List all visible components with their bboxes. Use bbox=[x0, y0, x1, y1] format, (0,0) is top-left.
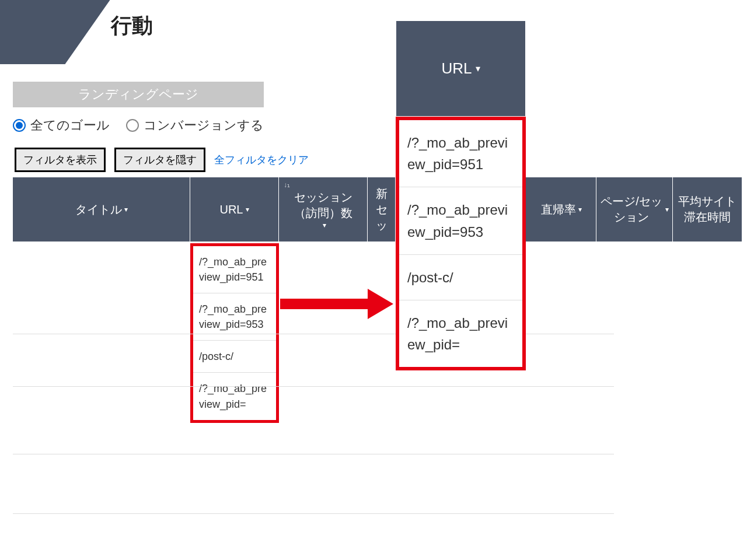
hide-filter-button[interactable]: フィルタを隠す bbox=[114, 148, 205, 172]
column-header-sessions[interactable]: ↓₁ セッション（訪問）数 ▾ bbox=[279, 177, 368, 242]
column-header-avg-time[interactable]: 平均サイト滞在時間 bbox=[673, 177, 742, 242]
column-newsession-label: 新セッ bbox=[371, 186, 392, 233]
sort-icon: ↓₁ bbox=[284, 181, 290, 189]
column-avgtime-label: 平均サイト滞在時間 bbox=[676, 194, 738, 225]
clear-all-filters-link[interactable]: 全フィルタをクリア bbox=[214, 153, 309, 167]
column-pps-label: ページ/セッション bbox=[600, 194, 663, 225]
column-header-title[interactable]: タイトル ▾ bbox=[13, 177, 190, 242]
column-header-url[interactable]: URL ▾ bbox=[190, 177, 279, 242]
table-header-row: タイトル ▾ URL ▾ ↓₁ セッション（訪問）数 ▾ 新セッ 直帰率 ▾ ペ… bbox=[13, 177, 742, 242]
zoom-column-header-url[interactable]: URL ▾ bbox=[396, 20, 526, 117]
row-divider bbox=[13, 513, 614, 514]
caret-down-icon: ▾ bbox=[476, 63, 480, 74]
column-sessions-label: セッション（訪問）数 bbox=[282, 190, 364, 221]
column-bounce-label: 直帰率 bbox=[541, 202, 576, 218]
table-cell-url[interactable]: /?_mo_ab_preview_pid=951 bbox=[399, 120, 522, 187]
radio-all-goals[interactable]: 全てのゴール bbox=[13, 117, 110, 134]
table-cell-url[interactable]: /?_mo_ab_preview_pid=953 bbox=[399, 187, 522, 254]
table-cell-url[interactable]: /?_mo_ab_preview_pid=951 bbox=[193, 246, 276, 293]
table-cell-url[interactable]: /post-c/ bbox=[399, 255, 522, 300]
page-title: 行動 bbox=[111, 12, 153, 40]
table-cell-url[interactable]: /post-c/ bbox=[193, 341, 276, 373]
radio-conversion[interactable]: コンバージョンする bbox=[126, 117, 264, 134]
caret-down-icon: ▾ bbox=[246, 205, 249, 214]
header-accent-shape bbox=[0, 0, 110, 64]
radio-unselected-icon bbox=[126, 119, 139, 132]
column-url-label: URL bbox=[219, 203, 243, 216]
radio-conversion-label: コンバージョンする bbox=[144, 117, 264, 134]
radio-all-goals-label: 全てのゴール bbox=[30, 117, 110, 134]
caret-down-icon: ▾ bbox=[124, 205, 128, 214]
radio-selected-icon bbox=[13, 119, 26, 132]
zoom-url-label: URL bbox=[441, 60, 472, 78]
caret-down-icon: ▾ bbox=[578, 205, 582, 214]
column-header-pages-per-session[interactable]: ページ/セッション ▾ bbox=[596, 177, 673, 242]
table-cell-url[interactable]: /?_mo_ab_preview_pid= bbox=[193, 373, 276, 419]
row-divider bbox=[13, 386, 614, 387]
caret-down-icon: ▾ bbox=[665, 205, 669, 214]
column-header-new-session[interactable]: 新セッ bbox=[368, 177, 396, 242]
caret-down-icon: ▾ bbox=[323, 221, 326, 229]
column-title-label: タイトル bbox=[75, 202, 122, 218]
url-column-highlight-large: /?_mo_ab_preview_pid=951 /?_mo_ab_previe… bbox=[396, 117, 526, 370]
zoom-arrow-icon bbox=[280, 292, 394, 315]
show-filter-button[interactable]: フィルタを表示 bbox=[15, 148, 106, 172]
landing-page-button[interactable]: ランディングページ bbox=[13, 82, 264, 107]
goal-radio-group: 全てのゴール コンバージョンする bbox=[13, 117, 264, 134]
row-divider bbox=[13, 454, 614, 454]
table-cell-url[interactable]: /?_mo_ab_preview_pid= bbox=[399, 300, 522, 367]
filter-controls: フィルタを表示 フィルタを隠す 全フィルタをクリア bbox=[15, 148, 309, 172]
column-header-bounce[interactable]: 直帰率 ▾ bbox=[526, 177, 596, 242]
url-column-highlight-small: /?_mo_ab_preview_pid=951 /?_mo_ab_previe… bbox=[190, 243, 279, 423]
